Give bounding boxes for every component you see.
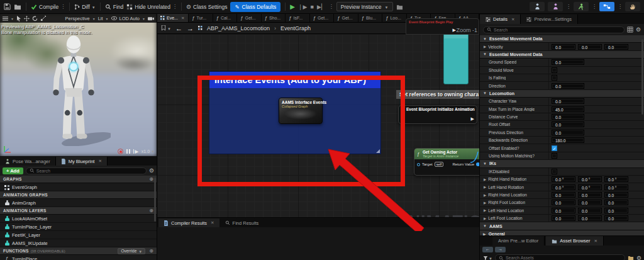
expand-arrow-icon[interactable]: ▶ [484, 45, 486, 48]
property-checkbox[interactable] [552, 153, 557, 159]
forward-button[interactable]: → [187, 25, 194, 32]
value-field[interactable]: 45.0 [552, 106, 584, 112]
blueprint-list-item[interactable]: TurnInPlace [0, 255, 157, 260]
value-field[interactable]: 0.0 [604, 200, 628, 205]
property-checkbox[interactable] [552, 75, 557, 81]
graph-tab[interactable]: ƒ Get... [334, 14, 358, 22]
gear-icon[interactable]: ⚙ [636, 26, 641, 33]
bookmarks-dropdown[interactable]: ▼ [161, 25, 171, 31]
value-field[interactable]: 0.0 [552, 122, 584, 127]
camera-dropdown-icon[interactable] [148, 16, 154, 21]
event-blueprint-initialize-animation-node[interactable]: Event Blueprint Initialize Animation ✕ ▶ [398, 105, 477, 124]
lit-dropdown[interactable]: Lit [98, 16, 103, 21]
blueprint-section-header[interactable]: ANIMATION LAYERS ⊕ [0, 207, 157, 215]
property-checkbox[interactable]: ✓ [552, 145, 557, 151]
step-forward-button[interactable]: ▶ [133, 149, 138, 154]
teal-node-partial[interactable] [443, 33, 469, 84]
exec-output-pin[interactable]: ▶ [453, 28, 456, 33]
play-button[interactable]: ▶ [290, 3, 295, 10]
tab-compiler-results[interactable]: Compiler Results ✕ [158, 218, 219, 227]
value-field[interactable]: 0.0 ° [552, 176, 575, 182]
breadcrumb-current[interactable]: EventGraph [280, 25, 311, 31]
value-field[interactable]: 0.0 [552, 44, 575, 50]
blueprint-list-item[interactable]: EventGraph [0, 183, 157, 191]
self-value-box[interactable]: self [435, 162, 444, 167]
value-field[interactable]: 0.0 [604, 44, 628, 50]
exec-output-pin[interactable]: ▶ [471, 116, 474, 122]
breadcrumb-root[interactable]: ABP_AAMS_Locomotion [207, 25, 270, 31]
details-section-header[interactable]: ▼ AAMS [480, 222, 644, 230]
value-field[interactable]: 0.0 [578, 208, 602, 213]
rotate-tool-icon[interactable] [32, 16, 38, 21]
record-button[interactable] [118, 149, 123, 154]
graph-tab[interactable]: ƒ Get... [310, 14, 335, 22]
add-new-icon[interactable]: ⊕ [149, 208, 153, 213]
property-checkbox[interactable] [552, 169, 557, 174]
value-field[interactable]: 0.0 [552, 192, 575, 198]
expand-arrow-icon[interactable]: ▶ [484, 208, 486, 212]
asset-search-input[interactable]: Search Assets [495, 254, 625, 260]
playback-speed-dropdown[interactable]: x1.0 ▼ [142, 149, 155, 154]
value-field[interactable]: 0.0 [552, 130, 584, 135]
frame-advance-button[interactable]: ❘▶ [298, 4, 307, 10]
value-field[interactable]: 0.0 [578, 215, 602, 221]
graph-tab[interactable]: ƒ Loo... [382, 14, 407, 22]
physics-mode-button[interactable] [625, 2, 640, 11]
blueprint-list-item[interactable]: AnimGraph [0, 199, 157, 207]
select-tool-icon[interactable] [16, 16, 21, 21]
details-section-header[interactable]: ▼ Locomotion [480, 90, 644, 98]
expand-arrow-icon[interactable]: ▶ [484, 193, 486, 197]
blueprint-section-header[interactable]: ANIMATION GRAPHS [0, 191, 157, 199]
folder-icon[interactable] [628, 255, 634, 260]
value-field[interactable]: 0.0 [552, 98, 584, 104]
back-button[interactable]: ← [175, 25, 182, 32]
viewport-menu-icon[interactable] [3, 16, 8, 21]
close-icon[interactable]: ✕ [181, 16, 184, 21]
event-blueprint-begin-play-node[interactable]: Event Blueprint Begin Play ▶ Zoom -1 [406, 18, 479, 35]
graph-tab[interactable]: ƒ Blu... [358, 14, 383, 22]
graph-tab[interactable]: Eve... ✕ [157, 14, 189, 22]
blueprint-mode-button[interactable] [599, 2, 614, 11]
filter-icon[interactable]: ▼ [483, 256, 492, 260]
compile-button[interactable]: Compile⋮ [31, 4, 65, 10]
value-field[interactable]: 0.0 [578, 44, 602, 50]
scale-tool-icon[interactable] [40, 16, 46, 21]
gear-icon[interactable]: ⚙ [636, 255, 641, 260]
value-field[interactable]: 0.0 [552, 83, 584, 89]
blueprint-list-item[interactable]: AAMS_IKUpdate [0, 239, 157, 247]
lod-dropdown[interactable]: LOD Auto [119, 16, 140, 21]
value-field[interactable]: 0.0 ° [578, 184, 602, 190]
add-button[interactable]: + Add [3, 167, 23, 174]
gear-icon[interactable]: ⚙ [149, 167, 154, 174]
save-icon[interactable] [4, 3, 11, 10]
history-back-button[interactable]: ← [482, 247, 493, 252]
show-dropdown-icon[interactable] [111, 16, 117, 20]
property-checkbox[interactable] [552, 67, 557, 73]
close-icon[interactable]: ✕ [511, 17, 514, 22]
add-new-icon[interactable]: ⊕ [149, 248, 153, 254]
perspective-dropdown[interactable]: Perspective [65, 16, 90, 21]
history-forward-button[interactable]: → [495, 247, 506, 252]
close-icon[interactable]: ✕ [594, 239, 597, 244]
add-new-icon[interactable]: ⊕ [149, 176, 153, 182]
stop-button[interactable]: ■ [311, 4, 314, 10]
graph-tab[interactable]: ƒ Get... [237, 14, 262, 22]
simulate-button[interactable]: ▶▏ [317, 4, 326, 10]
graph-tab[interactable]: ƒ Sho... [262, 14, 286, 22]
debug-object-icon[interactable] [396, 4, 403, 10]
play-options-icon[interactable]: ⋮ [329, 4, 333, 9]
value-field[interactable]: 0.0 [552, 215, 575, 221]
class-settings-button[interactable]: ⚙ Class Settings [186, 4, 227, 10]
find-button[interactable]: Find [105, 4, 124, 10]
graph-tab[interactable]: ƒ IsF... [286, 14, 310, 22]
event-graph-canvas[interactable]: ANIMATION Interface Events (Add to your … [157, 34, 479, 231]
close-icon[interactable]: ✕ [98, 159, 101, 164]
tab-details[interactable]: Details ✕ [480, 14, 521, 24]
expand-arrow-icon[interactable]: ▶ [484, 217, 486, 220]
tab-pose-watch-manager[interactable]: Pose Wa...anager [0, 157, 56, 166]
value-field[interactable]: 0.0 ° [552, 184, 575, 190]
expand-arrow-icon[interactable]: ▶ [484, 185, 486, 189]
skeleton-mode-button[interactable] [530, 2, 545, 11]
preview-viewport[interactable]: Previewing ABP_AAMS_Locomotion_C Bone ma… [0, 14, 157, 156]
value-field[interactable]: 0.0 ° [604, 176, 628, 182]
